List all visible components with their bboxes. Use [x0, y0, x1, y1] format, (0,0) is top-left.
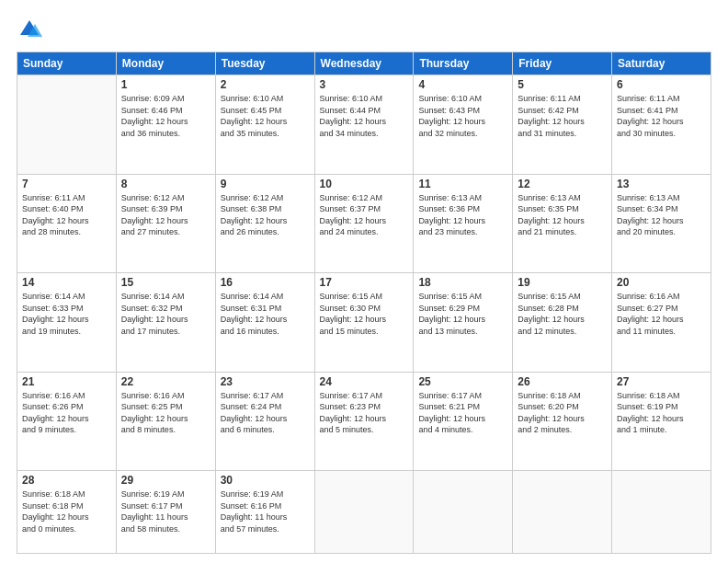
- cell-info: Sunrise: 6:12 AM Sunset: 6:38 PM Dayligh…: [221, 192, 310, 238]
- calendar-cell: [314, 471, 414, 554]
- header: [17, 17, 711, 42]
- calendar-cell: 18Sunrise: 6:15 AM Sunset: 6:29 PM Dayli…: [414, 273, 513, 373]
- day-number: 26: [518, 375, 607, 388]
- calendar-cell: 24Sunrise: 6:17 AM Sunset: 6:23 PM Dayli…: [314, 372, 414, 471]
- logo-icon: [17, 17, 42, 42]
- cell-info: Sunrise: 6:11 AM Sunset: 6:41 PM Dayligh…: [617, 93, 706, 139]
- weekday-header-row: SundayMondayTuesdayWednesdayThursdayFrid…: [17, 52, 711, 75]
- calendar-cell: 28Sunrise: 6:18 AM Sunset: 6:18 PM Dayli…: [17, 471, 117, 554]
- day-number: 13: [617, 178, 706, 190]
- weekday-tuesday: Tuesday: [215, 52, 314, 75]
- calendar-cell: 27Sunrise: 6:18 AM Sunset: 6:19 PM Dayli…: [612, 372, 711, 471]
- day-number: 29: [121, 474, 210, 487]
- weekday-saturday: Saturday: [612, 52, 711, 75]
- day-number: 9: [221, 178, 310, 190]
- calendar-cell: 22Sunrise: 6:16 AM Sunset: 6:25 PM Dayli…: [116, 372, 215, 471]
- cell-info: Sunrise: 6:13 AM Sunset: 6:35 PM Dayligh…: [518, 192, 607, 238]
- calendar-cell: 14Sunrise: 6:14 AM Sunset: 6:33 PM Dayli…: [17, 273, 117, 373]
- day-number: 22: [121, 375, 210, 388]
- cell-info: Sunrise: 6:18 AM Sunset: 6:20 PM Dayligh…: [518, 390, 607, 436]
- calendar-cell: 7Sunrise: 6:11 AM Sunset: 6:40 PM Daylig…: [17, 174, 117, 273]
- day-number: 24: [320, 375, 409, 388]
- day-number: 15: [121, 276, 210, 289]
- day-number: 3: [320, 78, 409, 91]
- weekday-friday: Friday: [513, 52, 612, 75]
- calendar-cell: [612, 471, 711, 554]
- calendar-cell: 10Sunrise: 6:12 AM Sunset: 6:37 PM Dayli…: [314, 174, 414, 273]
- weekday-thursday: Thursday: [414, 52, 513, 75]
- calendar-cell: 9Sunrise: 6:12 AM Sunset: 6:38 PM Daylig…: [215, 174, 314, 273]
- cell-info: Sunrise: 6:10 AM Sunset: 6:45 PM Dayligh…: [221, 93, 310, 139]
- cell-info: Sunrise: 6:10 AM Sunset: 6:43 PM Dayligh…: [418, 93, 507, 139]
- day-number: 12: [518, 178, 607, 190]
- week-row-1: 1Sunrise: 6:09 AM Sunset: 6:46 PM Daylig…: [17, 75, 711, 175]
- calendar-cell: 19Sunrise: 6:15 AM Sunset: 6:28 PM Dayli…: [513, 273, 612, 373]
- day-number: 25: [418, 375, 507, 388]
- calendar-cell: 8Sunrise: 6:12 AM Sunset: 6:39 PM Daylig…: [116, 174, 215, 273]
- cell-info: Sunrise: 6:16 AM Sunset: 6:27 PM Dayligh…: [617, 291, 706, 337]
- day-number: 30: [221, 474, 310, 487]
- cell-info: Sunrise: 6:11 AM Sunset: 6:40 PM Dayligh…: [22, 192, 111, 238]
- day-number: 20: [617, 276, 706, 289]
- calendar-cell: 30Sunrise: 6:19 AM Sunset: 6:16 PM Dayli…: [215, 471, 314, 554]
- cell-info: Sunrise: 6:17 AM Sunset: 6:24 PM Dayligh…: [221, 390, 310, 436]
- day-number: 1: [121, 78, 210, 91]
- weekday-monday: Monday: [116, 52, 215, 75]
- calendar-cell: 16Sunrise: 6:14 AM Sunset: 6:31 PM Dayli…: [215, 273, 314, 373]
- day-number: 8: [121, 178, 210, 190]
- day-number: 5: [518, 78, 607, 91]
- calendar-cell: 29Sunrise: 6:19 AM Sunset: 6:17 PM Dayli…: [116, 471, 215, 554]
- day-number: 2: [221, 78, 310, 91]
- calendar-cell: 13Sunrise: 6:13 AM Sunset: 6:34 PM Dayli…: [612, 174, 711, 273]
- day-number: 4: [418, 78, 507, 91]
- calendar-cell: 12Sunrise: 6:13 AM Sunset: 6:35 PM Dayli…: [513, 174, 612, 273]
- cell-info: Sunrise: 6:11 AM Sunset: 6:42 PM Dayligh…: [518, 93, 607, 139]
- cell-info: Sunrise: 6:14 AM Sunset: 6:31 PM Dayligh…: [221, 291, 310, 337]
- cell-info: Sunrise: 6:16 AM Sunset: 6:25 PM Dayligh…: [121, 390, 210, 436]
- calendar-cell: [513, 471, 612, 554]
- calendar-body: 1Sunrise: 6:09 AM Sunset: 6:46 PM Daylig…: [17, 75, 711, 554]
- cell-info: Sunrise: 6:09 AM Sunset: 6:46 PM Dayligh…: [121, 93, 210, 139]
- day-number: 27: [617, 375, 706, 388]
- calendar-cell: 2Sunrise: 6:10 AM Sunset: 6:45 PM Daylig…: [215, 75, 314, 175]
- week-row-3: 14Sunrise: 6:14 AM Sunset: 6:33 PM Dayli…: [17, 273, 711, 373]
- cell-info: Sunrise: 6:13 AM Sunset: 6:36 PM Dayligh…: [418, 192, 507, 238]
- day-number: 16: [221, 276, 310, 289]
- week-row-4: 21Sunrise: 6:16 AM Sunset: 6:26 PM Dayli…: [17, 372, 711, 471]
- week-row-2: 7Sunrise: 6:11 AM Sunset: 6:40 PM Daylig…: [17, 174, 711, 273]
- cell-info: Sunrise: 6:12 AM Sunset: 6:37 PM Dayligh…: [320, 192, 409, 238]
- calendar-cell: 23Sunrise: 6:17 AM Sunset: 6:24 PM Dayli…: [215, 372, 314, 471]
- cell-info: Sunrise: 6:13 AM Sunset: 6:34 PM Dayligh…: [617, 192, 706, 238]
- day-number: 17: [320, 276, 409, 289]
- day-number: 23: [221, 375, 310, 388]
- cell-info: Sunrise: 6:15 AM Sunset: 6:29 PM Dayligh…: [418, 291, 507, 337]
- calendar-cell: 25Sunrise: 6:17 AM Sunset: 6:21 PM Dayli…: [414, 372, 513, 471]
- day-number: 18: [418, 276, 507, 289]
- cell-info: Sunrise: 6:17 AM Sunset: 6:21 PM Dayligh…: [418, 390, 507, 436]
- weekday-wednesday: Wednesday: [314, 52, 414, 75]
- calendar-cell: 20Sunrise: 6:16 AM Sunset: 6:27 PM Dayli…: [612, 273, 711, 373]
- logo: [17, 17, 46, 42]
- day-number: 7: [22, 178, 111, 190]
- cell-info: Sunrise: 6:12 AM Sunset: 6:39 PM Dayligh…: [121, 192, 210, 238]
- calendar-cell: 5Sunrise: 6:11 AM Sunset: 6:42 PM Daylig…: [513, 75, 612, 175]
- cell-info: Sunrise: 6:14 AM Sunset: 6:33 PM Dayligh…: [22, 291, 111, 337]
- cell-info: Sunrise: 6:15 AM Sunset: 6:30 PM Dayligh…: [320, 291, 409, 337]
- week-row-5: 28Sunrise: 6:18 AM Sunset: 6:18 PM Dayli…: [17, 471, 711, 554]
- weekday-sunday: Sunday: [17, 52, 117, 75]
- calendar-cell: 26Sunrise: 6:18 AM Sunset: 6:20 PM Dayli…: [513, 372, 612, 471]
- calendar-cell: [17, 75, 117, 175]
- cell-info: Sunrise: 6:16 AM Sunset: 6:26 PM Dayligh…: [22, 390, 111, 436]
- calendar-cell: 15Sunrise: 6:14 AM Sunset: 6:32 PM Dayli…: [116, 273, 215, 373]
- calendar: SundayMondayTuesdayWednesdayThursdayFrid…: [17, 52, 711, 554]
- page: SundayMondayTuesdayWednesdayThursdayFrid…: [0, 0, 728, 563]
- cell-info: Sunrise: 6:19 AM Sunset: 6:17 PM Dayligh…: [121, 488, 210, 534]
- cell-info: Sunrise: 6:18 AM Sunset: 6:19 PM Dayligh…: [617, 390, 706, 436]
- calendar-cell: 1Sunrise: 6:09 AM Sunset: 6:46 PM Daylig…: [116, 75, 215, 175]
- cell-info: Sunrise: 6:18 AM Sunset: 6:18 PM Dayligh…: [22, 488, 111, 534]
- cell-info: Sunrise: 6:17 AM Sunset: 6:23 PM Dayligh…: [320, 390, 409, 436]
- calendar-cell: [414, 471, 513, 554]
- day-number: 28: [22, 474, 111, 487]
- calendar-cell: 3Sunrise: 6:10 AM Sunset: 6:44 PM Daylig…: [314, 75, 414, 175]
- cell-info: Sunrise: 6:10 AM Sunset: 6:44 PM Dayligh…: [320, 93, 409, 139]
